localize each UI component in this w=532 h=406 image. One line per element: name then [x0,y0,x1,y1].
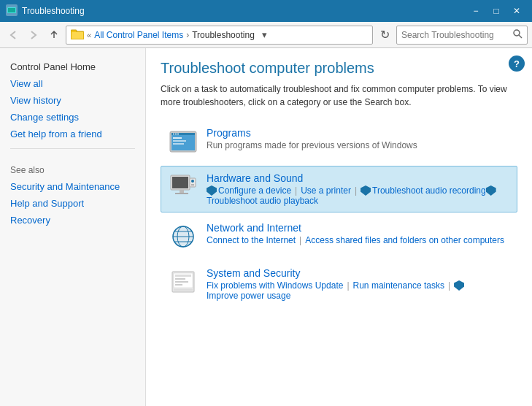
sidebar: Control Panel Home View all View history… [0,48,146,406]
link-sep-1: | [295,185,297,196]
minimize-button[interactable]: − [466,4,485,18]
hardware-info: Hardware and Sound Configure a device | … [207,172,509,206]
svg-rect-19 [180,190,184,193]
svg-point-22 [191,180,194,183]
search-bar [396,26,528,45]
maximize-button[interactable]: □ [487,4,506,18]
sidebar-item-security-maintenance[interactable]: Security and Maintenance [0,178,145,195]
shield-icon-3 [486,185,496,196]
svg-rect-33 [175,275,191,277]
shield-icon-2 [361,185,371,196]
category-network[interactable]: Network and Internet Connect to the Inte… [161,215,517,258]
svg-point-11 [173,134,174,135]
svg-rect-23 [191,184,194,185]
svg-rect-37 [174,289,193,291]
run-maintenance-link[interactable]: Run maintenance tasks [353,280,444,291]
see-also-title: See also [0,155,145,178]
svg-rect-15 [173,140,186,142]
hardware-name[interactable]: Hardware and Sound [207,172,509,184]
svg-rect-24 [191,185,194,186]
svg-point-12 [175,134,177,135]
security-icon [169,267,198,296]
search-input[interactable] [401,30,512,40]
sidebar-item-view-all[interactable]: View all [0,75,145,92]
back-button[interactable] [4,26,22,44]
access-shared-link[interactable]: Access shared files and folders on other… [305,235,504,245]
link-sep-2: | [355,185,357,196]
up-button[interactable] [45,26,63,44]
breadcrumb: « All Control Panel Items › Troubleshoot… [66,26,373,45]
svg-rect-18 [172,177,188,188]
fix-windows-update-link[interactable]: Fix problems with Windows Update [207,280,343,291]
search-button[interactable] [512,28,523,41]
breadcrumb-all-control-panel[interactable]: All Control Panel Items [94,30,183,40]
svg-rect-34 [175,278,185,280]
hardware-icon [169,172,198,202]
programs-icon [169,127,198,156]
svg-rect-20 [175,193,188,194]
security-info: System and Security Fix problems with Wi… [207,267,509,301]
network-info: Network and Internet Connect to the Inte… [207,222,509,245]
network-links: Connect to the Internet | Access shared … [207,235,509,245]
connect-internet-link[interactable]: Connect to the Internet [207,235,296,245]
category-programs[interactable]: Programs Run programs made for previous … [161,120,517,163]
improve-power-link[interactable]: Improve power usage [207,291,290,301]
breadcrumb-chevrons: « [87,31,91,39]
breadcrumb-dropdown-button[interactable]: ▾ [258,26,272,45]
page-description: Click on a task to automatically trouble… [161,83,511,109]
link-sep-3: | [299,235,301,245]
breadcrumb-folder-icon [71,28,84,42]
svg-line-7 [519,35,522,38]
troubleshoot-audio-playback-link[interactable]: Troubleshoot audio playback [207,196,318,206]
configure-device-link[interactable]: Configure a device [218,185,291,196]
content-area: ? Troubleshoot computer problems Click o… [146,48,532,406]
svg-point-6 [514,30,520,36]
network-name[interactable]: Network and Internet [207,222,509,234]
sidebar-divider [10,148,135,149]
programs-desc: Run programs made for previous versions … [207,140,509,150]
help-button[interactable]: ? [509,55,525,72]
sidebar-item-help-support[interactable]: Help and Support [0,195,145,212]
sidebar-item-view-history[interactable]: View history [0,92,145,109]
breadcrumb-current: Troubleshooting [192,30,255,40]
svg-rect-2 [8,8,15,12]
link-sep-4: | [347,280,349,291]
svg-rect-14 [173,137,182,139]
sidebar-item-recovery[interactable]: Recovery [0,212,145,229]
svg-rect-36 [175,284,182,286]
category-security[interactable]: System and Security Fix problems with Wi… [161,261,517,307]
svg-rect-10 [171,133,195,135]
title-bar: Troubleshooting − □ ✕ [0,0,532,22]
category-list: Programs Run programs made for previous … [161,120,517,307]
use-printer-link[interactable]: Use a printer [301,185,351,196]
page-title: Troubleshoot computer problems [161,60,517,77]
security-links: Fix problems with Windows Update | Run m… [207,280,509,301]
address-bar: « All Control Panel Items › Troubleshoot… [0,22,532,48]
title-bar-controls: − □ ✕ [466,4,526,18]
security-name[interactable]: System and Security [207,267,509,279]
programs-info: Programs Run programs made for previous … [207,127,509,153]
sidebar-heading: Control Panel Home [0,55,145,75]
programs-name[interactable]: Programs [207,127,509,139]
title-bar-icon [6,4,18,18]
forward-button[interactable] [25,26,42,44]
shield-icon-1 [207,185,217,196]
category-hardware[interactable]: Hardware and Sound Configure a device | … [161,166,517,212]
sidebar-item-change-settings[interactable]: Change settings [0,109,145,126]
svg-rect-35 [175,281,188,283]
title-bar-title: Troubleshooting [22,6,466,16]
svg-rect-16 [173,143,184,145]
refresh-button[interactable]: ↻ [376,26,393,44]
troubleshoot-audio-recording-link[interactable]: Troubleshoot audio recording [372,185,486,196]
sidebar-item-get-help[interactable]: Get help from a friend [0,126,145,142]
network-icon [169,222,198,251]
main-container: Control Panel Home View all View history… [0,48,532,406]
close-button[interactable]: ✕ [507,4,526,18]
link-sep-5: | [448,280,450,291]
svg-rect-5 [72,32,83,39]
svg-point-13 [177,134,179,135]
shield-icon-4 [454,280,464,291]
breadcrumb-sep-1: › [186,30,189,40]
hardware-links: Configure a device | Use a printer | Tro… [207,185,509,206]
